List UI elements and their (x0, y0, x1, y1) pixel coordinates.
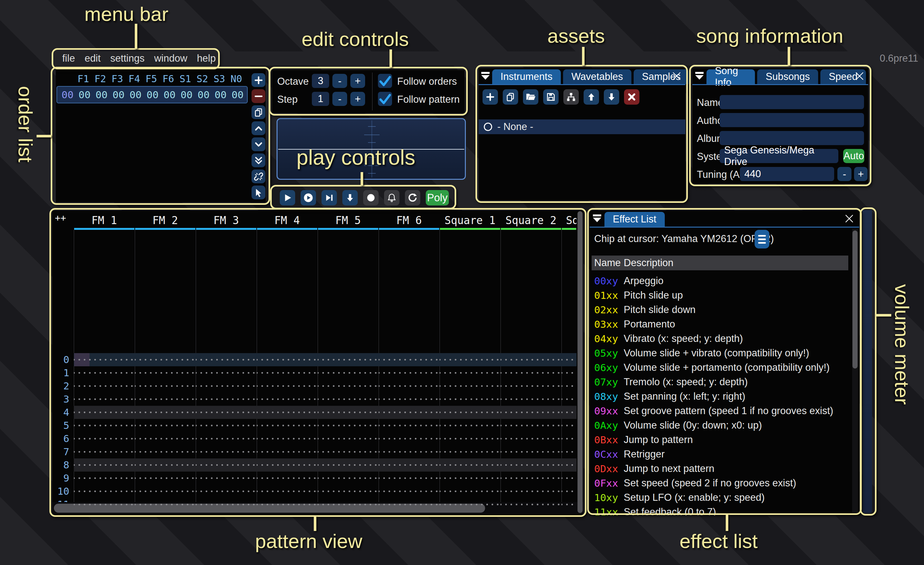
step-one-row-button[interactable] (342, 190, 358, 206)
channel-header-fm-4[interactable]: FM 4 (256, 210, 318, 230)
add-order-button[interactable] (252, 73, 266, 87)
tuning-input[interactable]: 440 (740, 167, 834, 181)
order-cell-N0[interactable]: 00 (229, 89, 246, 101)
channel-header-fm-2[interactable]: FM 2 (135, 210, 196, 230)
order-row-index[interactable]: 00 (59, 89, 76, 101)
menu-settings[interactable]: settings (105, 53, 150, 64)
close-icon[interactable] (854, 71, 865, 81)
pattern-row-7[interactable]: 7 (52, 445, 576, 458)
follow-pattern-checkbox[interactable] (378, 92, 392, 106)
order-cell-F3[interactable]: 00 (110, 89, 127, 101)
metronome-button[interactable] (384, 190, 399, 206)
remove-order-button[interactable] (252, 89, 266, 103)
effect-row-11xx[interactable]: 11xxSet feedback (0 to 7) (590, 505, 850, 515)
effect-row-08xy[interactable]: 08xySet panning (x: left; y: right) (590, 389, 850, 404)
play-button[interactable] (280, 190, 295, 206)
pattern-row-3[interactable]: 3 (52, 392, 576, 406)
effect-row-02xx[interactable]: 02xxPitch slide down (590, 302, 850, 317)
order-cell-F1[interactable]: 00 (76, 89, 93, 101)
effect-row-0Bxx[interactable]: 0BxxJump to pattern (590, 433, 850, 447)
pattern-row-11[interactable]: 11 (52, 498, 576, 511)
order-row[interactable]: 0000000000000000000000 (57, 86, 248, 104)
poly-mode-button[interactable]: Poly (426, 190, 449, 206)
pattern-vertical-scrollbar[interactable] (578, 211, 583, 513)
pattern-expand-button[interactable]: ++ (55, 212, 66, 224)
order-cell-S2[interactable]: 00 (195, 89, 212, 101)
system-select[interactable]: Sega Genesis/Mega Drive (720, 149, 838, 163)
move-order-down-button[interactable] (252, 137, 266, 151)
tab-instruments[interactable]: Instruments (492, 69, 561, 84)
octave-value[interactable]: 3 (312, 74, 329, 88)
deep-clone-toggle-button[interactable] (252, 170, 266, 183)
scrollbar-thumb[interactable] (852, 230, 858, 368)
pattern-row-5[interactable]: 5 (52, 419, 576, 432)
pattern-row-4[interactable]: 4 (52, 406, 576, 419)
record-button[interactable] (363, 190, 379, 206)
move-asset-up-button[interactable] (584, 89, 599, 105)
delete-asset-button[interactable] (624, 89, 639, 105)
effect-row-01xx[interactable]: 01xxPitch slide up (590, 288, 850, 302)
play-one-row-button[interactable] (321, 190, 337, 206)
order-cell-F2[interactable]: 00 (93, 89, 110, 101)
open-asset-button[interactable] (523, 89, 538, 105)
pattern-row-1[interactable]: 1 (52, 366, 576, 379)
channel-header-fm-1[interactable]: FM 1 (74, 210, 135, 230)
effect-row-07xy[interactable]: 07xyTremolo (x: speed; y: depth) (590, 375, 850, 389)
close-icon[interactable] (844, 213, 855, 224)
directory-view-button[interactable] (563, 89, 579, 105)
effect-row-03xx[interactable]: 03xxPortamento (590, 317, 850, 331)
effect-list-scrollbar[interactable] (852, 228, 858, 514)
channel-header-square-1[interactable]: Square 1 (440, 210, 501, 230)
duplicate-order-button[interactable] (252, 105, 266, 119)
effect-row-09xx[interactable]: 09xxSet groove pattern (speed 1 if no gr… (590, 404, 850, 418)
repeat-pattern-button[interactable] (405, 190, 420, 206)
menu-help[interactable]: help (192, 53, 221, 64)
collapse-window-icon[interactable] (592, 215, 602, 225)
album-input[interactable] (720, 131, 864, 145)
move-order-up-button[interactable] (252, 121, 266, 135)
system-auto-button[interactable]: Auto (843, 149, 864, 163)
duplicate-order-at-end-button[interactable] (252, 153, 266, 167)
name-input[interactable] (720, 95, 864, 109)
instrument-list-item[interactable]: - None - (478, 119, 685, 134)
pattern-row-9[interactable]: 9 (52, 472, 576, 485)
pattern-row-2[interactable]: 2 (52, 379, 576, 392)
order-cell-F4[interactable]: 00 (127, 89, 144, 101)
tab-subsongs[interactable]: Subsongs (757, 69, 818, 84)
pattern-row-10[interactable]: 10 (52, 485, 576, 498)
effect-row-06xy[interactable]: 06xyVolume slide + portamento (compatibi… (590, 360, 850, 375)
add-asset-button[interactable] (483, 89, 498, 105)
pattern-row-8[interactable]: 8 (52, 458, 576, 472)
effect-row-0Cxx[interactable]: 0CxxRetrigger (590, 447, 850, 461)
effect-row-05xy[interactable]: 05xyVolume slide + vibrato (compatibilit… (590, 346, 850, 360)
tab-wavetables[interactable]: Wavetables (563, 69, 632, 84)
close-icon[interactable] (671, 71, 682, 81)
effect-list-menu-button[interactable] (754, 230, 770, 248)
channel-header-fm-6[interactable]: FM 6 (379, 210, 440, 230)
play-from-cursor-button[interactable] (301, 190, 316, 206)
step-minus-button[interactable]: - (332, 92, 347, 106)
tab-effect-list[interactable]: Effect List (604, 212, 665, 227)
effect-row-0Fxx[interactable]: 0FxxSet speed (speed 2 if no grooves exi… (590, 476, 850, 490)
order-edit-mode-button[interactable] (252, 186, 266, 199)
collapse-window-icon[interactable] (481, 72, 490, 82)
duplicate-asset-button[interactable] (503, 89, 518, 105)
follow-orders-checkbox[interactable] (378, 74, 392, 88)
channel-header-fm-3[interactable]: FM 3 (196, 210, 256, 230)
step-plus-button[interactable]: + (350, 92, 365, 106)
effect-row-04xy[interactable]: 04xyVibrato (x: speed; y: depth) (590, 331, 850, 346)
effect-row-00xy[interactable]: 00xyArpeggio (590, 273, 850, 288)
tab-song-info[interactable]: Song Info (706, 69, 755, 84)
channel-header-square-3[interactable]: Square 3 (561, 210, 576, 230)
octave-minus-button[interactable]: - (332, 74, 347, 88)
effect-row-10xy[interactable]: 10xySetup LFO (x: enable; y: speed) (590, 490, 850, 505)
pattern-row-6[interactable]: 6 (52, 432, 576, 445)
tuning-minus-button[interactable]: - (837, 167, 852, 181)
channel-header-fm-5[interactable]: FM 5 (318, 210, 379, 230)
collapse-window-icon[interactable] (695, 72, 704, 82)
order-cell-F6[interactable]: 00 (161, 89, 178, 101)
tuning-plus-button[interactable]: + (854, 167, 867, 181)
order-cell-S1[interactable]: 00 (178, 89, 195, 101)
author-input[interactable] (720, 113, 864, 127)
save-asset-button[interactable] (543, 89, 559, 105)
